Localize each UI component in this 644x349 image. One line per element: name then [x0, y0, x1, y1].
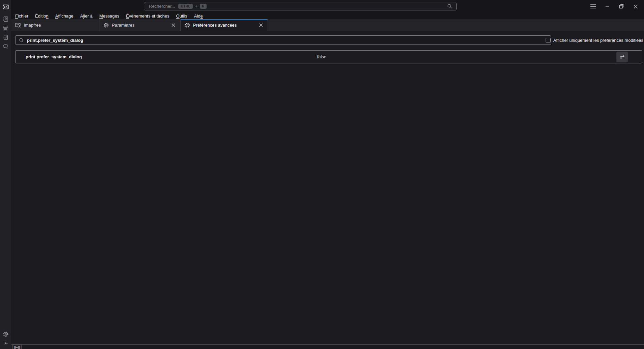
- filter-modified-prefs[interactable]: Afficher uniquement les préférences modi…: [546, 36, 643, 44]
- search-icon: [19, 38, 24, 43]
- menu-label: F: [15, 13, 18, 19]
- close-button[interactable]: [628, 0, 643, 13]
- search-icon: [447, 4, 452, 9]
- menu-outils[interactable]: Outils: [173, 13, 191, 19]
- menu-label: vènements et tâches: [129, 13, 170, 19]
- minimize-icon: [605, 4, 610, 9]
- hamburger-menu-icon: [590, 4, 596, 9]
- menu-messages[interactable]: Messages: [96, 13, 123, 19]
- address-book-icon: [3, 16, 8, 22]
- pref-name: print.prefer_system_dialog: [26, 54, 82, 59]
- tab-close-icon[interactable]: [257, 22, 264, 29]
- tab-label: Paramètres: [112, 23, 134, 28]
- restore-icon: [619, 4, 624, 9]
- menu-label: n: [46, 13, 49, 19]
- menu-aller-a[interactable]: Aller à: [77, 13, 96, 19]
- menu-label: ichier: [18, 13, 28, 19]
- mail-icon: [3, 4, 9, 9]
- tab-label: Préférences avancées: [193, 23, 237, 28]
- app-menu-button[interactable]: [586, 0, 600, 13]
- collapse-spaces-button[interactable]: [1, 340, 10, 347]
- calendar-icon: [3, 25, 8, 31]
- menu-label: Aid: [194, 13, 201, 19]
- spaces-toolbar: [0, 0, 11, 349]
- toggle-arrows-icon: [619, 55, 625, 60]
- gear-icon: [185, 23, 190, 28]
- gear-icon: [3, 331, 9, 337]
- minimize-button[interactable]: [600, 0, 614, 13]
- shortcut-plus: +: [195, 4, 197, 9]
- pref-row[interactable]: print.prefer_system_dialog false: [15, 50, 642, 63]
- tab-parametres[interactable]: Paramètres: [99, 19, 180, 31]
- menu-aide[interactable]: Aide: [191, 13, 206, 19]
- title-bar: Rechercher... CTRL + K: [11, 0, 644, 13]
- mail-account-icon: [15, 23, 21, 28]
- tab-bar: imapfree Paramètres: [11, 19, 644, 31]
- shortcut-k-badge: K: [200, 4, 207, 9]
- window-controls: [586, 0, 643, 13]
- sidebar-item-address-book[interactable]: [1, 15, 10, 23]
- sidebar-item-settings[interactable]: [1, 330, 10, 338]
- filter-modified-checkbox[interactable]: [546, 38, 551, 43]
- tasks-icon: [3, 34, 8, 40]
- sidebar-item-calendar[interactable]: [1, 24, 10, 32]
- collapse-icon: [3, 341, 8, 346]
- tab-preferences-avancees[interactable]: Préférences avancées: [180, 19, 268, 31]
- pref-search-input[interactable]: [27, 36, 551, 45]
- global-search-bar[interactable]: Rechercher... CTRL + K: [144, 2, 457, 10]
- menu-fichier[interactable]: Fichier: [12, 13, 32, 19]
- status-badge: ((o)): [12, 345, 22, 349]
- menu-bar: Fichier Édition Affichage Aller à Messag…: [11, 13, 644, 19]
- tab-imapfree[interactable]: imapfree: [11, 19, 99, 31]
- tab-label: imapfree: [24, 23, 41, 28]
- menu-evenements-et-taches[interactable]: Évènements et tâches: [123, 13, 173, 19]
- menu-label: É: [126, 13, 129, 19]
- config-editor: Afficher uniquement les préférences modi…: [11, 31, 644, 344]
- tab-close-icon[interactable]: [170, 22, 177, 29]
- close-icon: [634, 4, 638, 9]
- menu-label: e: [201, 13, 203, 19]
- pref-value: false: [317, 54, 326, 59]
- gear-icon: [103, 23, 109, 28]
- menu-label: utils: [180, 13, 187, 19]
- menu-label: O: [176, 13, 180, 19]
- sidebar-item-tasks[interactable]: [1, 33, 10, 41]
- chat-icon: [3, 43, 8, 49]
- pref-search-box[interactable]: [15, 35, 551, 45]
- pref-toggle-button[interactable]: [616, 52, 628, 62]
- menu-label: M: [99, 13, 103, 19]
- shortcut-ctrl-badge: CTRL: [178, 4, 193, 9]
- menu-affichage[interactable]: Affichage: [52, 13, 77, 19]
- menu-label: Éditio: [35, 13, 46, 19]
- filter-modified-label: Afficher uniquement les préférences modi…: [553, 38, 643, 43]
- menu-edition[interactable]: Édition: [32, 13, 52, 19]
- sidebar-item-mail[interactable]: [1, 3, 10, 10]
- global-search-placeholder: Rechercher...: [149, 4, 175, 9]
- menu-label: ffichage: [58, 13, 73, 19]
- menu-label: essages: [103, 13, 119, 19]
- menu-label: ler à: [84, 13, 92, 19]
- status-bar: ((o)): [11, 344, 644, 349]
- restore-button[interactable]: [614, 0, 628, 13]
- sidebar-item-chat[interactable]: [1, 42, 10, 50]
- thunderbird-window: Rechercher... CTRL + K: [0, 0, 644, 349]
